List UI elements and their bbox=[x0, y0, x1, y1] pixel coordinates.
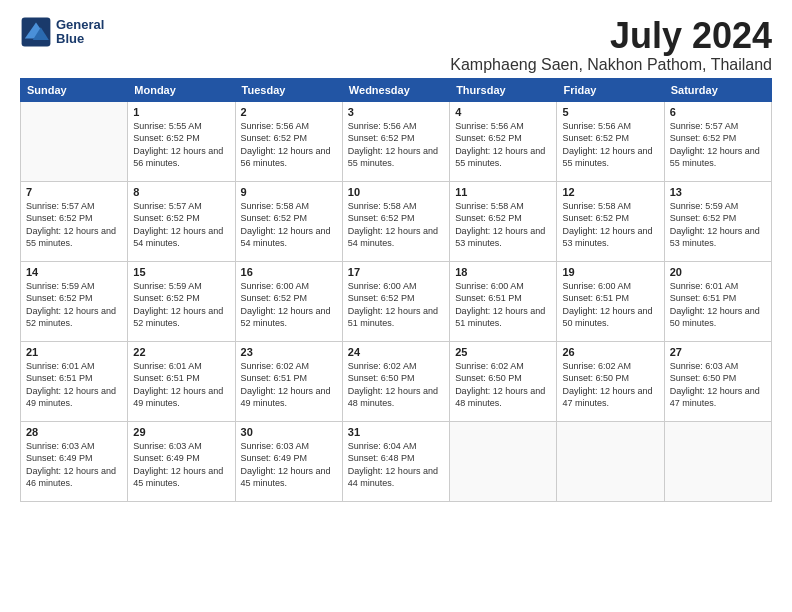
day-number: 25 bbox=[455, 346, 551, 358]
day-cell: 29 Sunrise: 6:03 AM Sunset: 6:49 PM Dayl… bbox=[128, 421, 235, 501]
day-number: 13 bbox=[670, 186, 766, 198]
day-number: 29 bbox=[133, 426, 229, 438]
day-number: 20 bbox=[670, 266, 766, 278]
logo-line1: General bbox=[56, 18, 104, 32]
day-info: Sunrise: 6:00 AM Sunset: 6:51 PM Dayligh… bbox=[562, 280, 658, 330]
day-number: 30 bbox=[241, 426, 337, 438]
day-info: Sunrise: 5:59 AM Sunset: 6:52 PM Dayligh… bbox=[133, 280, 229, 330]
day-cell: 24 Sunrise: 6:02 AM Sunset: 6:50 PM Dayl… bbox=[342, 341, 449, 421]
day-info: Sunrise: 6:03 AM Sunset: 6:49 PM Dayligh… bbox=[26, 440, 122, 490]
day-info: Sunrise: 6:00 AM Sunset: 6:51 PM Dayligh… bbox=[455, 280, 551, 330]
day-info: Sunrise: 6:02 AM Sunset: 6:50 PM Dayligh… bbox=[455, 360, 551, 410]
day-number: 15 bbox=[133, 266, 229, 278]
day-cell: 10 Sunrise: 5:58 AM Sunset: 6:52 PM Dayl… bbox=[342, 181, 449, 261]
day-cell bbox=[557, 421, 664, 501]
day-number: 10 bbox=[348, 186, 444, 198]
day-info: Sunrise: 6:03 AM Sunset: 6:49 PM Dayligh… bbox=[133, 440, 229, 490]
day-number: 22 bbox=[133, 346, 229, 358]
day-number: 9 bbox=[241, 186, 337, 198]
day-info: Sunrise: 5:58 AM Sunset: 6:52 PM Dayligh… bbox=[241, 200, 337, 250]
day-cell: 8 Sunrise: 5:57 AM Sunset: 6:52 PM Dayli… bbox=[128, 181, 235, 261]
day-number: 18 bbox=[455, 266, 551, 278]
day-number: 31 bbox=[348, 426, 444, 438]
day-number: 5 bbox=[562, 106, 658, 118]
day-cell: 4 Sunrise: 5:56 AM Sunset: 6:52 PM Dayli… bbox=[450, 101, 557, 181]
page: General Blue July 2024 Kamphaeng Saen, N… bbox=[0, 0, 792, 612]
day-cell: 27 Sunrise: 6:03 AM Sunset: 6:50 PM Dayl… bbox=[664, 341, 771, 421]
day-number: 27 bbox=[670, 346, 766, 358]
day-cell bbox=[21, 101, 128, 181]
day-cell: 13 Sunrise: 5:59 AM Sunset: 6:52 PM Dayl… bbox=[664, 181, 771, 261]
day-cell: 14 Sunrise: 5:59 AM Sunset: 6:52 PM Dayl… bbox=[21, 261, 128, 341]
day-number: 1 bbox=[133, 106, 229, 118]
week-row-5: 28 Sunrise: 6:03 AM Sunset: 6:49 PM Dayl… bbox=[21, 421, 772, 501]
day-info: Sunrise: 5:56 AM Sunset: 6:52 PM Dayligh… bbox=[241, 120, 337, 170]
week-row-1: 1 Sunrise: 5:55 AM Sunset: 6:52 PM Dayli… bbox=[21, 101, 772, 181]
day-cell: 5 Sunrise: 5:56 AM Sunset: 6:52 PM Dayli… bbox=[557, 101, 664, 181]
subtitle: Kamphaeng Saen, Nakhon Pathom, Thailand bbox=[450, 56, 772, 74]
day-cell: 20 Sunrise: 6:01 AM Sunset: 6:51 PM Dayl… bbox=[664, 261, 771, 341]
day-info: Sunrise: 6:02 AM Sunset: 6:50 PM Dayligh… bbox=[562, 360, 658, 410]
day-info: Sunrise: 5:56 AM Sunset: 6:52 PM Dayligh… bbox=[348, 120, 444, 170]
day-info: Sunrise: 5:57 AM Sunset: 6:52 PM Dayligh… bbox=[670, 120, 766, 170]
day-number: 2 bbox=[241, 106, 337, 118]
day-cell: 16 Sunrise: 6:00 AM Sunset: 6:52 PM Dayl… bbox=[235, 261, 342, 341]
day-number: 24 bbox=[348, 346, 444, 358]
day-cell: 25 Sunrise: 6:02 AM Sunset: 6:50 PM Dayl… bbox=[450, 341, 557, 421]
day-info: Sunrise: 5:59 AM Sunset: 6:52 PM Dayligh… bbox=[670, 200, 766, 250]
day-cell: 23 Sunrise: 6:02 AM Sunset: 6:51 PM Dayl… bbox=[235, 341, 342, 421]
day-cell: 26 Sunrise: 6:02 AM Sunset: 6:50 PM Dayl… bbox=[557, 341, 664, 421]
day-info: Sunrise: 5:58 AM Sunset: 6:52 PM Dayligh… bbox=[562, 200, 658, 250]
day-cell: 17 Sunrise: 6:00 AM Sunset: 6:52 PM Dayl… bbox=[342, 261, 449, 341]
day-number: 7 bbox=[26, 186, 122, 198]
logo: General Blue bbox=[20, 16, 104, 48]
week-row-4: 21 Sunrise: 6:01 AM Sunset: 6:51 PM Dayl… bbox=[21, 341, 772, 421]
main-title: July 2024 bbox=[450, 16, 772, 56]
day-number: 12 bbox=[562, 186, 658, 198]
day-header-tuesday: Tuesday bbox=[235, 78, 342, 101]
day-info: Sunrise: 6:00 AM Sunset: 6:52 PM Dayligh… bbox=[348, 280, 444, 330]
day-number: 3 bbox=[348, 106, 444, 118]
day-number: 19 bbox=[562, 266, 658, 278]
week-row-2: 7 Sunrise: 5:57 AM Sunset: 6:52 PM Dayli… bbox=[21, 181, 772, 261]
day-info: Sunrise: 5:56 AM Sunset: 6:52 PM Dayligh… bbox=[455, 120, 551, 170]
day-cell: 15 Sunrise: 5:59 AM Sunset: 6:52 PM Dayl… bbox=[128, 261, 235, 341]
day-number: 11 bbox=[455, 186, 551, 198]
day-number: 21 bbox=[26, 346, 122, 358]
day-info: Sunrise: 5:59 AM Sunset: 6:52 PM Dayligh… bbox=[26, 280, 122, 330]
day-info: Sunrise: 5:58 AM Sunset: 6:52 PM Dayligh… bbox=[348, 200, 444, 250]
day-cell: 18 Sunrise: 6:00 AM Sunset: 6:51 PM Dayl… bbox=[450, 261, 557, 341]
day-cell: 28 Sunrise: 6:03 AM Sunset: 6:49 PM Dayl… bbox=[21, 421, 128, 501]
week-row-3: 14 Sunrise: 5:59 AM Sunset: 6:52 PM Dayl… bbox=[21, 261, 772, 341]
day-header-sunday: Sunday bbox=[21, 78, 128, 101]
logo-icon bbox=[20, 16, 52, 48]
day-info: Sunrise: 6:01 AM Sunset: 6:51 PM Dayligh… bbox=[670, 280, 766, 330]
day-info: Sunrise: 6:03 AM Sunset: 6:49 PM Dayligh… bbox=[241, 440, 337, 490]
day-info: Sunrise: 6:01 AM Sunset: 6:51 PM Dayligh… bbox=[133, 360, 229, 410]
header-row: SundayMondayTuesdayWednesdayThursdayFrid… bbox=[21, 78, 772, 101]
title-area: July 2024 Kamphaeng Saen, Nakhon Pathom,… bbox=[450, 16, 772, 74]
day-number: 26 bbox=[562, 346, 658, 358]
day-number: 14 bbox=[26, 266, 122, 278]
header: General Blue July 2024 Kamphaeng Saen, N… bbox=[20, 16, 772, 74]
day-header-friday: Friday bbox=[557, 78, 664, 101]
day-cell: 22 Sunrise: 6:01 AM Sunset: 6:51 PM Dayl… bbox=[128, 341, 235, 421]
day-number: 23 bbox=[241, 346, 337, 358]
day-info: Sunrise: 6:02 AM Sunset: 6:51 PM Dayligh… bbox=[241, 360, 337, 410]
day-info: Sunrise: 5:55 AM Sunset: 6:52 PM Dayligh… bbox=[133, 120, 229, 170]
day-cell: 6 Sunrise: 5:57 AM Sunset: 6:52 PM Dayli… bbox=[664, 101, 771, 181]
day-info: Sunrise: 5:56 AM Sunset: 6:52 PM Dayligh… bbox=[562, 120, 658, 170]
day-cell: 1 Sunrise: 5:55 AM Sunset: 6:52 PM Dayli… bbox=[128, 101, 235, 181]
day-info: Sunrise: 6:01 AM Sunset: 6:51 PM Dayligh… bbox=[26, 360, 122, 410]
day-cell: 19 Sunrise: 6:00 AM Sunset: 6:51 PM Dayl… bbox=[557, 261, 664, 341]
day-info: Sunrise: 5:57 AM Sunset: 6:52 PM Dayligh… bbox=[133, 200, 229, 250]
day-number: 17 bbox=[348, 266, 444, 278]
day-header-monday: Monday bbox=[128, 78, 235, 101]
logo-text: General Blue bbox=[56, 18, 104, 47]
day-cell: 12 Sunrise: 5:58 AM Sunset: 6:52 PM Dayl… bbox=[557, 181, 664, 261]
day-info: Sunrise: 6:04 AM Sunset: 6:48 PM Dayligh… bbox=[348, 440, 444, 490]
calendar: SundayMondayTuesdayWednesdayThursdayFrid… bbox=[20, 78, 772, 502]
day-number: 28 bbox=[26, 426, 122, 438]
day-cell: 3 Sunrise: 5:56 AM Sunset: 6:52 PM Dayli… bbox=[342, 101, 449, 181]
day-cell: 2 Sunrise: 5:56 AM Sunset: 6:52 PM Dayli… bbox=[235, 101, 342, 181]
